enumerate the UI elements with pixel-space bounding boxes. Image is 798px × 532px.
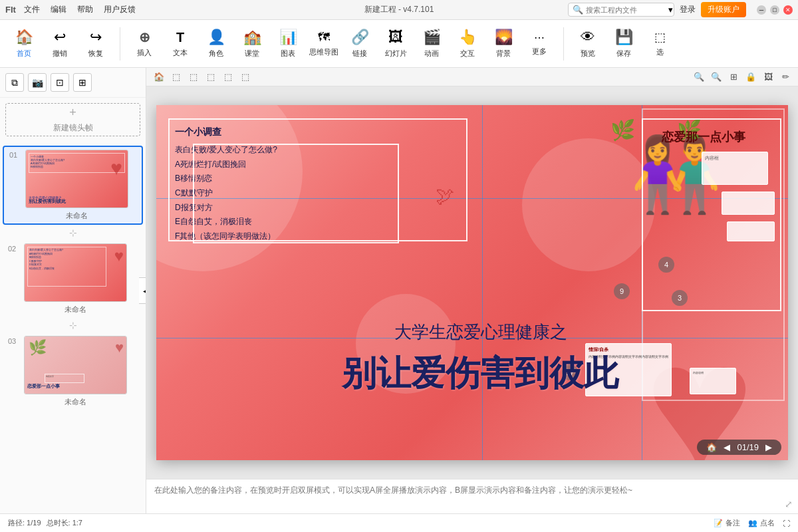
notes-button[interactable]: 📝 备注 xyxy=(714,518,740,528)
close-button[interactable]: ✕ xyxy=(783,5,793,15)
tb-interact-button[interactable]: 👆 交互 xyxy=(450,24,485,64)
separator-icon-1: ⊹ xyxy=(69,227,77,238)
tb-insert-button[interactable]: ⊕ 插入 xyxy=(127,24,162,64)
notes-label: 备注 xyxy=(726,518,740,528)
more-icon: ⋯ xyxy=(534,31,545,44)
save-icon: 💾 xyxy=(615,29,633,46)
toolbar-separator-2 xyxy=(563,27,564,61)
canvas-wrapper: ♥ 👫 🌿 🌿 一个小调查 表白失败/爱人变心了怎么做? A死缠烂打/试图挽回 … xyxy=(146,86,798,479)
insert-icon: ⊕ xyxy=(139,29,150,45)
canvas-box1-icon[interactable]: ⬚ xyxy=(169,70,184,84)
canvas-box2-icon[interactable]: ⬚ xyxy=(186,70,201,84)
canvas-home-icon[interactable]: 🏠 xyxy=(152,70,166,84)
notes-expand-icon[interactable]: ⤢ xyxy=(785,499,793,509)
zoom-in-button[interactable]: 🔍 xyxy=(692,70,706,84)
slide-separator-1: ⊹ xyxy=(0,226,146,239)
tb-slideshow-button[interactable]: 🖼 幻灯片 xyxy=(378,24,413,64)
separator-icon-2: ⊹ xyxy=(69,320,77,331)
rename-button[interactable]: 👥 点名 xyxy=(748,518,775,528)
copy-frame-button[interactable]: ⧉ xyxy=(5,73,24,92)
tb-home-button[interactable]: 🏠 首页 xyxy=(7,24,41,64)
grid-toggle-button[interactable]: ⊞ xyxy=(726,70,741,84)
fullscreen-button[interactable]: ⛶ xyxy=(783,519,790,527)
search-icon: 🔍 xyxy=(573,5,583,15)
player-prev-icon[interactable]: ◀ xyxy=(724,442,730,452)
toolbar: 🏠 首页 ↩ 撤销 ↪ 恢复 ⊕ 插入 T 文本 👤 角色 🏫 课堂 xyxy=(0,20,798,68)
canvas-box5-icon[interactable]: ⬚ xyxy=(238,70,253,84)
player-left: 路径: 1/19 总时长: 1:7 xyxy=(8,518,82,528)
camera-button[interactable]: 📷 xyxy=(28,73,47,92)
menu-feedback[interactable]: 用户反馈 xyxy=(104,4,136,15)
sidebar-collapse-button[interactable]: ◀ xyxy=(139,277,146,304)
slide-label-1: 未命名 xyxy=(25,211,128,221)
tb-link-button[interactable]: 🔗 链接 xyxy=(342,24,377,64)
tb-select-button[interactable]: ⬚ 选 xyxy=(642,24,677,64)
select-icon: ⬚ xyxy=(654,30,666,45)
canvas-area: 🏠 ⬚ ⬚ ⬚ ⬚ ⬚ 🔍 🔍 ⊞ 🔒 🖼 ✏ xyxy=(146,68,798,513)
tb-animation-button[interactable]: 🎬 动画 xyxy=(414,24,449,64)
tb-more-button[interactable]: ⋯ 更多 xyxy=(522,24,557,64)
player-home-icon[interactable]: 🏠 xyxy=(706,442,717,452)
content-line-3: B移情别恋 xyxy=(175,172,277,186)
lock-button[interactable]: 🔒 xyxy=(743,70,758,84)
menu-help[interactable]: 帮助 xyxy=(77,4,93,15)
tb-link-label: 链接 xyxy=(352,49,367,59)
slide-item-1[interactable]: 01 一个小调查 表白失败/爱人变心了怎么做? A死缠烂打/试图挽回 B移情别恋… xyxy=(3,146,143,225)
tb-save-button[interactable]: 💾 保存 xyxy=(606,24,641,64)
slide-num-1: 01 xyxy=(9,151,21,159)
tb-text-button[interactable]: T 文本 xyxy=(163,24,198,64)
search-input[interactable] xyxy=(586,6,666,14)
tb-redo-button[interactable]: ↪ 恢复 xyxy=(78,24,113,64)
badge-9: 9 xyxy=(614,283,630,299)
tb-mindmap-button[interactable]: 🗺 思维导图 xyxy=(307,24,341,64)
content-line-6: E自怨自艾，消极泪丧 xyxy=(175,215,277,229)
tb-chart-label: 图表 xyxy=(281,49,295,59)
search-box[interactable]: 🔍 ▾ xyxy=(568,3,674,17)
slide-list: 01 一个小调查 表白失败/爱人变心了怎么做? A死缠烂打/试图挽回 B移情别恋… xyxy=(0,142,146,513)
fit-view-button[interactable]: ⊡ xyxy=(51,73,69,92)
slide-sub-title[interactable]: 大学生恋爱心理健康之 xyxy=(394,321,567,344)
slide-main-title[interactable]: 别让爱伤害到彼此 xyxy=(342,350,618,397)
tb-redo-label: 恢复 xyxy=(88,49,103,59)
slide-item-2[interactable]: 02 表白失败/爱人变心了怎么做? A死缠烂打/试图挽回 B移情别恋 C默默守护… xyxy=(3,241,143,317)
menu-edit[interactable]: 编辑 xyxy=(51,4,66,15)
slide-canvas[interactable]: ♥ 👫 🌿 🌿 一个小调查 表白失败/爱人变心了怎么做? A死缠烂打/试图挽回 … xyxy=(156,105,788,460)
tb-mindmap-label: 思维导图 xyxy=(309,47,338,57)
tb-character-button[interactable]: 👤 角色 xyxy=(199,24,233,64)
duration-label: 总时长: 1:7 xyxy=(47,518,82,528)
app-logo: FIt xyxy=(5,5,16,15)
tb-slideshow-label: 幻灯片 xyxy=(385,49,407,59)
tb-classroom-button[interactable]: 🏫 课堂 xyxy=(235,24,269,64)
canvas-box3-icon[interactable]: ⬚ xyxy=(203,70,218,84)
menu-file[interactable]: 文件 xyxy=(24,4,40,15)
tb-background-button[interactable]: 🌄 背景 xyxy=(486,24,521,64)
notes-area: ⤢ xyxy=(146,479,798,513)
canvas-tools-left: 🏠 ⬚ ⬚ ⬚ ⬚ ⬚ xyxy=(152,70,253,84)
player-next-icon[interactable]: ▶ xyxy=(765,442,772,452)
minimize-button[interactable]: ─ xyxy=(757,5,766,15)
slide-info-1: 一个小调查 表白失败/爱人变心了怎么做? A死缠烂打/试图挽回 B移情别恋 大学… xyxy=(25,150,128,221)
new-frame-button[interactable]: + 新建镜头帧 xyxy=(5,103,140,136)
slide-num-2: 02 xyxy=(8,245,20,253)
tb-animation-label: 动画 xyxy=(424,49,439,59)
notes-textarea[interactable] xyxy=(154,485,790,509)
character-icon: 👤 xyxy=(207,29,225,46)
app-title: 新建工程 - v4.7.101 xyxy=(364,4,434,15)
tb-preview-button[interactable]: 👁 预览 xyxy=(571,24,605,64)
tb-chart-button[interactable]: 📊 图表 xyxy=(271,24,305,64)
frame-button[interactable]: 🖼 xyxy=(761,70,775,84)
upgrade-button[interactable]: 升级账户 xyxy=(701,2,746,17)
canvas-box4-icon[interactable]: ⬚ xyxy=(221,70,235,84)
layer-button[interactable]: ⊞ xyxy=(73,73,92,92)
search-dropdown-icon[interactable]: ▾ xyxy=(668,5,673,15)
edit-button[interactable]: ✏ xyxy=(778,70,793,84)
zoom-out-button[interactable]: 🔍 xyxy=(709,70,724,84)
tb-home-label: 首页 xyxy=(17,49,31,59)
slide-item-3[interactable]: 03 恋爱那一点小事 🌿 ♥ 内容文字 未命名 xyxy=(3,333,143,410)
maximize-button[interactable]: □ xyxy=(770,5,779,15)
slide-label-3: 未命名 xyxy=(24,397,127,407)
player-right: 📝 备注 👥 点名 ⛶ xyxy=(714,518,790,528)
titlebar: FIt 文件 编辑 帮助 用户反馈 新建工程 - v4.7.101 🔍 ▾ 登录… xyxy=(0,0,798,20)
tb-undo-button[interactable]: ↩ 撤销 xyxy=(43,24,77,64)
login-button[interactable]: 登录 xyxy=(680,4,696,15)
